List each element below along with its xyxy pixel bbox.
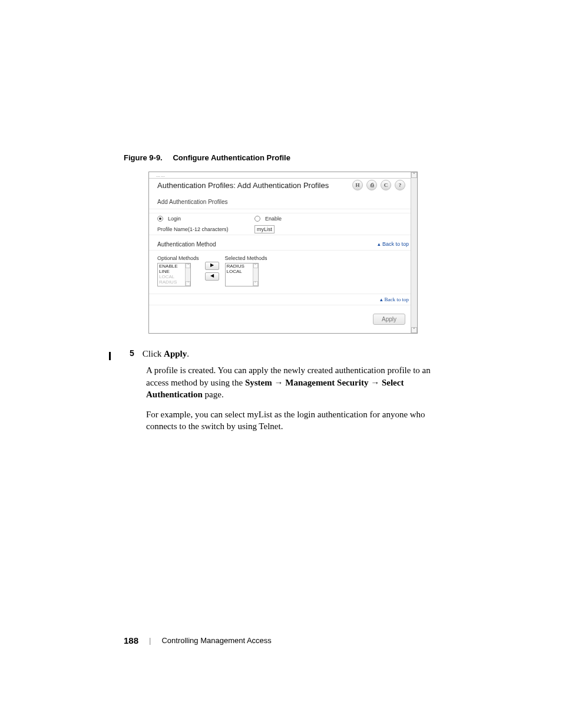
vertical-scrollbar[interactable]: ˄ ˅ [411, 172, 417, 333]
print-icon[interactable]: ⎙ [366, 180, 377, 190]
page-gutter-mark [109, 352, 111, 360]
page-number: 188 [124, 635, 138, 645]
figure-title: Configure Authentication Profile [173, 153, 290, 162]
scroll-down-icon[interactable]: ˅ [411, 327, 417, 333]
refresh-icon[interactable]: C [381, 180, 391, 190]
breadcrumb-text: …… [156, 173, 166, 178]
screenshot-panel: ˄ ˅ …… Authentication Profiles: Add Auth… [148, 172, 418, 334]
scroll-up-icon[interactable]: ˄ [411, 172, 417, 178]
profile-name-input[interactable]: myList [254, 225, 275, 233]
optional-methods-list[interactable]: ENABLE LINE LOCAL RADIUS ˄ ˅ [157, 263, 191, 286]
apply-button[interactable]: Apply [373, 314, 405, 325]
step-item: 5 Click Apply. [130, 348, 438, 360]
enable-radio[interactable] [254, 216, 260, 222]
save-icon[interactable]: H [352, 180, 363, 190]
step-number: 5 [130, 348, 134, 360]
profile-name-label: Profile Name(1-12 characters) [157, 226, 254, 232]
scroll-down-icon[interactable]: ˅ [186, 281, 190, 286]
login-radio[interactable] [157, 216, 163, 222]
back-to-top-link[interactable]: Back to top [378, 241, 409, 248]
list-scrollbar[interactable]: ˄ ˅ [253, 263, 258, 286]
enable-label: Enable [265, 216, 282, 222]
selected-methods-list[interactable]: RADIUS LOCAL ˄ ˅ [225, 263, 259, 286]
scroll-up-icon[interactable]: ˄ [186, 263, 190, 268]
scroll-down-icon[interactable]: ˅ [253, 281, 258, 286]
step-instruction: Click Apply. [143, 348, 189, 360]
page-title: Authentication Profiles: Add Authenticat… [157, 181, 329, 190]
auth-method-label: Authentication Method [157, 241, 216, 248]
figure-caption: Figure 9-9. Configure Authentication Pro… [124, 153, 438, 162]
move-left-button[interactable]: ◀ [205, 272, 219, 281]
footer-section: Controlling Management Access [161, 636, 271, 645]
back-to-top-link[interactable]: Back to top [380, 297, 409, 302]
move-right-button[interactable]: ▶ [205, 262, 219, 270]
section-subheader: Add Authentication Profiles [149, 195, 417, 209]
optional-methods-label: Optional Methods [157, 255, 199, 261]
selected-methods-label: Selected Methods [225, 255, 267, 261]
body-paragraph: For example, you can select myList as th… [146, 409, 438, 433]
scroll-up-icon[interactable]: ˄ [253, 263, 258, 268]
help-icon[interactable]: ? [395, 180, 405, 190]
list-scrollbar[interactable]: ˄ ˅ [185, 263, 190, 286]
footer-divider: | [149, 636, 151, 645]
body-paragraph: A profile is created. You can apply the … [146, 364, 438, 400]
breadcrumb-bar: …… [149, 172, 417, 179]
figure-number: Figure 9-9. [124, 153, 163, 162]
login-label: Login [168, 216, 181, 222]
page-footer: 188 | Controlling Management Access [124, 635, 272, 645]
